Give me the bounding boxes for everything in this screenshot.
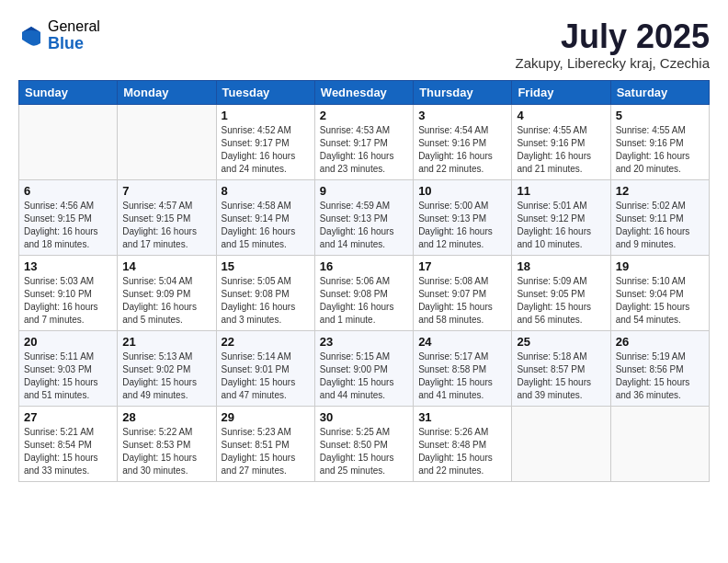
day-number: 6 (24, 184, 112, 198)
calendar-cell: 1Sunrise: 4:52 AM Sunset: 9:17 PM Daylig… (216, 104, 314, 179)
calendar-cell: 23Sunrise: 5:15 AM Sunset: 9:00 PM Dayli… (314, 330, 413, 406)
day-detail: Sunrise: 5:19 AM Sunset: 8:56 PM Dayligh… (616, 350, 704, 402)
day-number: 27 (24, 410, 112, 424)
calendar-cell: 4Sunrise: 4:55 AM Sunset: 9:16 PM Daylig… (512, 104, 610, 179)
day-number: 22 (222, 335, 310, 349)
day-detail: Sunrise: 5:04 AM Sunset: 9:09 PM Dayligh… (122, 275, 210, 327)
day-detail: Sunrise: 5:17 AM Sunset: 8:58 PM Dayligh… (418, 350, 506, 402)
day-number: 30 (320, 410, 408, 424)
logo-icon (18, 23, 44, 49)
day-detail: Sunrise: 4:52 AM Sunset: 9:17 PM Dayligh… (222, 124, 310, 176)
day-detail: Sunrise: 4:55 AM Sunset: 9:16 PM Dayligh… (616, 124, 704, 176)
day-detail: Sunrise: 4:56 AM Sunset: 9:15 PM Dayligh… (24, 200, 112, 251)
logo-text: General Blue (48, 18, 100, 52)
day-detail: Sunrise: 4:55 AM Sunset: 9:16 PM Dayligh… (517, 124, 605, 176)
calendar-cell: 15Sunrise: 5:05 AM Sunset: 9:08 PM Dayli… (216, 255, 314, 330)
day-number: 12 (616, 184, 704, 198)
header-sunday: Sunday (19, 80, 118, 104)
calendar-table: SundayMondayTuesdayWednesdayThursdayFrid… (18, 80, 710, 482)
day-number: 19 (616, 259, 704, 273)
header-tuesday: Tuesday (216, 80, 314, 104)
day-number: 21 (122, 335, 210, 349)
day-detail: Sunrise: 5:05 AM Sunset: 9:08 PM Dayligh… (222, 275, 310, 327)
day-number: 25 (517, 335, 605, 349)
logo-blue: Blue (48, 35, 100, 53)
day-number: 2 (320, 109, 408, 122)
day-number: 4 (517, 109, 605, 122)
day-detail: Sunrise: 5:01 AM Sunset: 9:12 PM Dayligh… (517, 200, 605, 251)
calendar-cell: 9Sunrise: 4:59 AM Sunset: 9:13 PM Daylig… (314, 179, 413, 255)
day-detail: Sunrise: 5:10 AM Sunset: 9:04 PM Dayligh… (616, 275, 704, 327)
calendar-week-4: 20Sunrise: 5:11 AM Sunset: 9:03 PM Dayli… (19, 330, 710, 406)
calendar-cell (512, 406, 610, 481)
header-friday: Friday (512, 80, 610, 104)
page-header: General Blue July 2025 Zakupy, Liberecky… (18, 18, 710, 71)
day-number: 7 (122, 184, 210, 198)
calendar-cell: 6Sunrise: 4:56 AM Sunset: 9:15 PM Daylig… (19, 179, 118, 255)
calendar-cell: 17Sunrise: 5:08 AM Sunset: 9:07 PM Dayli… (414, 255, 512, 330)
day-number: 13 (24, 259, 112, 273)
day-number: 23 (320, 335, 408, 349)
day-detail: Sunrise: 5:18 AM Sunset: 8:57 PM Dayligh… (517, 350, 605, 402)
day-number: 3 (418, 109, 506, 122)
day-detail: Sunrise: 5:11 AM Sunset: 9:03 PM Dayligh… (24, 350, 112, 402)
day-number: 9 (320, 184, 408, 198)
header-thursday: Thursday (414, 80, 512, 104)
day-number: 20 (24, 335, 112, 349)
day-detail: Sunrise: 4:54 AM Sunset: 9:16 PM Dayligh… (418, 124, 506, 176)
day-detail: Sunrise: 5:25 AM Sunset: 8:50 PM Dayligh… (320, 426, 408, 477)
calendar-week-1: 1Sunrise: 4:52 AM Sunset: 9:17 PM Daylig… (19, 104, 710, 179)
month-year-title: July 2025 (516, 18, 710, 55)
day-detail: Sunrise: 5:23 AM Sunset: 8:51 PM Dayligh… (222, 426, 310, 477)
calendar-cell (19, 104, 118, 179)
calendar-cell: 11Sunrise: 5:01 AM Sunset: 9:12 PM Dayli… (512, 179, 610, 255)
day-detail: Sunrise: 5:06 AM Sunset: 9:08 PM Dayligh… (320, 275, 408, 327)
day-number: 17 (418, 259, 506, 273)
day-number: 29 (222, 410, 310, 424)
day-detail: Sunrise: 5:26 AM Sunset: 8:48 PM Dayligh… (418, 426, 506, 477)
day-detail: Sunrise: 4:58 AM Sunset: 9:14 PM Dayligh… (222, 200, 310, 251)
calendar-cell: 8Sunrise: 4:58 AM Sunset: 9:14 PM Daylig… (216, 179, 314, 255)
day-detail: Sunrise: 4:53 AM Sunset: 9:17 PM Dayligh… (320, 124, 408, 176)
calendar-cell: 2Sunrise: 4:53 AM Sunset: 9:17 PM Daylig… (314, 104, 413, 179)
calendar-week-3: 13Sunrise: 5:03 AM Sunset: 9:10 PM Dayli… (19, 255, 710, 330)
calendar-cell: 18Sunrise: 5:09 AM Sunset: 9:05 PM Dayli… (512, 255, 610, 330)
calendar-cell: 31Sunrise: 5:26 AM Sunset: 8:48 PM Dayli… (414, 406, 512, 481)
calendar-cell: 26Sunrise: 5:19 AM Sunset: 8:56 PM Dayli… (610, 330, 709, 406)
calendar-cell: 21Sunrise: 5:13 AM Sunset: 9:02 PM Dayli… (118, 330, 216, 406)
calendar-cell: 24Sunrise: 5:17 AM Sunset: 8:58 PM Dayli… (414, 330, 512, 406)
day-detail: Sunrise: 5:21 AM Sunset: 8:54 PM Dayligh… (24, 426, 112, 477)
calendar-cell: 19Sunrise: 5:10 AM Sunset: 9:04 PM Dayli… (610, 255, 709, 330)
calendar-cell: 20Sunrise: 5:11 AM Sunset: 9:03 PM Dayli… (19, 330, 118, 406)
logo-general: General (48, 18, 100, 35)
calendar-cell: 29Sunrise: 5:23 AM Sunset: 8:51 PM Dayli… (216, 406, 314, 481)
day-detail: Sunrise: 5:02 AM Sunset: 9:11 PM Dayligh… (616, 200, 704, 251)
day-number: 1 (222, 109, 310, 122)
day-detail: Sunrise: 5:08 AM Sunset: 9:07 PM Dayligh… (418, 275, 506, 327)
day-number: 11 (517, 184, 605, 198)
calendar-cell: 27Sunrise: 5:21 AM Sunset: 8:54 PM Dayli… (19, 406, 118, 481)
day-detail: Sunrise: 4:59 AM Sunset: 9:13 PM Dayligh… (320, 200, 408, 251)
day-number: 26 (616, 335, 704, 349)
calendar-cell: 22Sunrise: 5:14 AM Sunset: 9:01 PM Dayli… (216, 330, 314, 406)
calendar-cell: 3Sunrise: 4:54 AM Sunset: 9:16 PM Daylig… (414, 104, 512, 179)
day-number: 31 (418, 410, 506, 424)
day-detail: Sunrise: 5:03 AM Sunset: 9:10 PM Dayligh… (24, 275, 112, 327)
header-monday: Monday (118, 80, 216, 104)
day-number: 8 (222, 184, 310, 198)
day-detail: Sunrise: 4:57 AM Sunset: 9:15 PM Dayligh… (122, 200, 210, 251)
title-area: July 2025 Zakupy, Liberecky kraj, Czechi… (516, 18, 710, 71)
day-detail: Sunrise: 5:00 AM Sunset: 9:13 PM Dayligh… (418, 200, 506, 251)
day-detail: Sunrise: 5:09 AM Sunset: 9:05 PM Dayligh… (517, 275, 605, 327)
day-detail: Sunrise: 5:15 AM Sunset: 9:00 PM Dayligh… (320, 350, 408, 402)
calendar-cell: 25Sunrise: 5:18 AM Sunset: 8:57 PM Dayli… (512, 330, 610, 406)
calendar-cell: 10Sunrise: 5:00 AM Sunset: 9:13 PM Dayli… (414, 179, 512, 255)
calendar-cell: 5Sunrise: 4:55 AM Sunset: 9:16 PM Daylig… (610, 104, 709, 179)
header-saturday: Saturday (610, 80, 709, 104)
calendar-cell: 28Sunrise: 5:22 AM Sunset: 8:53 PM Dayli… (118, 406, 216, 481)
header-wednesday: Wednesday (314, 80, 413, 104)
calendar-cell: 14Sunrise: 5:04 AM Sunset: 9:09 PM Dayli… (118, 255, 216, 330)
day-number: 24 (418, 335, 506, 349)
day-number: 5 (616, 109, 704, 122)
calendar-cell: 12Sunrise: 5:02 AM Sunset: 9:11 PM Dayli… (610, 179, 709, 255)
